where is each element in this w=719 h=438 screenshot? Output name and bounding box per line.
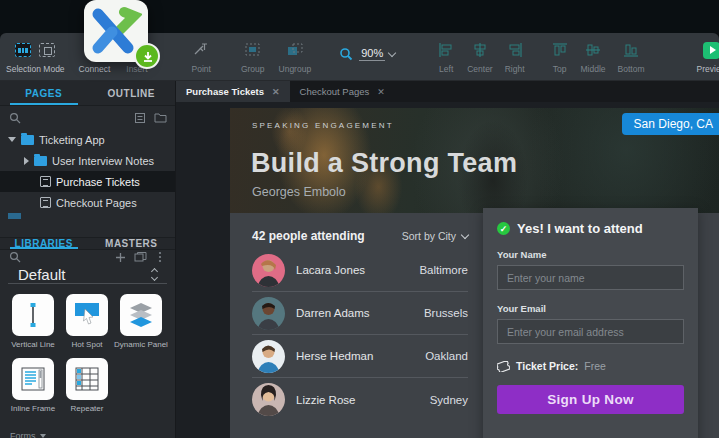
left-sidebar: PAGES OUTLINE Ticketing Ap xyxy=(0,81,176,438)
pages-panel-toolbar xyxy=(0,106,175,129)
ungroup-label: Ungroup xyxy=(279,64,312,74)
search-icon[interactable] xyxy=(8,250,22,264)
caret-right-icon[interactable] xyxy=(24,157,29,165)
widget-repeater[interactable]: Repeater xyxy=(60,358,114,413)
ticket-price-value: Free xyxy=(584,360,606,372)
align-left-button[interactable]: Left xyxy=(437,33,455,81)
library-selector-stepper-icon[interactable] xyxy=(152,269,157,280)
tab-outline[interactable]: OUTLINE xyxy=(88,81,176,105)
tree-item-checkout-pages[interactable]: Checkout Pages xyxy=(0,192,175,213)
caret-down-icon[interactable] xyxy=(8,137,16,142)
zoom-chevron-icon[interactable] xyxy=(388,48,396,56)
hero-section[interactable]: SPEAKING ENGAGEMENT Build a Strong Team … xyxy=(230,108,719,213)
sign-up-button[interactable]: Sign Up Now xyxy=(497,385,684,414)
selection-mode-label: Selection Mode xyxy=(6,64,65,74)
attendee-city: Brussels xyxy=(424,307,468,319)
library-selector-value: Default xyxy=(18,266,66,283)
tree-item-clipped xyxy=(0,213,175,219)
avatar xyxy=(252,340,285,373)
chevron-down-icon xyxy=(461,230,469,238)
zoom-control[interactable]: 90% xyxy=(337,33,395,63)
align-top-button[interactable]: Top xyxy=(551,33,569,81)
selection-contain-icon[interactable] xyxy=(38,41,56,59)
libraries-panel-toolbar xyxy=(0,250,175,264)
name-field[interactable] xyxy=(497,265,684,290)
sort-by-dropdown[interactable]: Sort by City xyxy=(402,230,468,242)
zoom-value[interactable]: 90% xyxy=(359,47,385,61)
repeater-icon xyxy=(66,358,108,400)
attendee-row[interactable]: Lizzie Rose Sydney xyxy=(252,378,468,421)
design-page[interactable]: SPEAKING ENGAGEMENT Build a Strong Team … xyxy=(230,108,719,438)
widget-label: Inline Frame xyxy=(11,404,55,413)
align-bottom-label: Bottom xyxy=(618,64,645,74)
library-selector[interactable]: Default xyxy=(8,266,167,284)
sort-by-label: Sort by City xyxy=(402,230,456,242)
preview-button[interactable]: Preview xyxy=(697,33,719,81)
selection-mode-control[interactable]: Selection Mode xyxy=(6,33,65,81)
add-folder-icon[interactable] xyxy=(153,111,167,125)
attendee-row[interactable]: Herse Hedman Oakland xyxy=(252,335,468,378)
align-bottom-button[interactable]: Bottom xyxy=(618,33,645,81)
ticket-price-row: Ticket Price: Free xyxy=(497,360,684,372)
close-tab-icon[interactable]: ✕ xyxy=(377,87,385,97)
page-icon xyxy=(40,176,51,187)
tree-item-user-interview-notes[interactable]: User Interview Notes xyxy=(0,150,175,171)
tree-item-ticketing-app[interactable]: Ticketing App xyxy=(0,129,175,150)
avatar xyxy=(252,297,285,330)
align-top-label: Top xyxy=(553,64,567,74)
axure-x-logo xyxy=(90,6,142,56)
widget-dynamic-panel[interactable]: Dynamic Panel xyxy=(114,294,168,349)
widget-label: Dynamic Panel xyxy=(114,340,168,349)
add-library-icon[interactable] xyxy=(113,250,127,264)
selection-marquee-icon[interactable] xyxy=(14,41,32,59)
align-center-button[interactable]: Center xyxy=(467,33,493,81)
tab-masters[interactable]: MASTERS xyxy=(88,238,176,249)
tree-item-label: Ticketing App xyxy=(39,134,105,146)
avatar xyxy=(252,254,285,287)
add-page-icon[interactable] xyxy=(133,111,147,125)
attendee-name: Lizzie Rose xyxy=(296,394,430,406)
widget-hot-spot[interactable]: Hot Spot xyxy=(60,294,114,349)
preview-label: Preview xyxy=(697,64,719,74)
canvas-tab-purchase-tickets[interactable]: Purchase Tickets ✕ xyxy=(176,81,290,102)
widget-label: Hot Spot xyxy=(71,340,102,349)
align-center-label: Center xyxy=(467,64,493,74)
align-right-button[interactable]: Right xyxy=(505,33,525,81)
canvas-tab-label: Purchase Tickets xyxy=(186,86,264,97)
point-button[interactable]: Point xyxy=(192,33,211,81)
point-icon xyxy=(192,41,210,59)
kebab-menu-icon[interactable] xyxy=(153,250,167,264)
widget-inline-frame[interactable]: Inline Frame xyxy=(6,358,60,413)
pages-tree: Ticketing App User Interview Notes Purch… xyxy=(0,129,175,219)
attendees-count: 42 people attending xyxy=(252,229,402,243)
point-label: Point xyxy=(192,64,211,74)
tab-libraries[interactable]: LIBRARIES xyxy=(0,238,88,249)
axure-app-icon xyxy=(84,0,148,62)
name-field-label: Your Name xyxy=(497,249,684,260)
email-field[interactable] xyxy=(497,319,684,344)
tab-pages[interactable]: PAGES xyxy=(0,81,88,105)
attendee-row[interactable]: Darren Adams Brussels xyxy=(252,292,468,335)
ungroup-button[interactable]: Ungroup xyxy=(279,33,312,81)
align-left-icon xyxy=(437,41,455,59)
attendee-row[interactable]: Lacara Jones Baltimore xyxy=(252,249,468,292)
hero-eyebrow: SPEAKING ENGAGEMENT xyxy=(252,121,394,130)
widget-vertical-line[interactable]: Vertical Line xyxy=(6,294,60,349)
align-right-label: Right xyxy=(505,64,525,74)
search-icon[interactable] xyxy=(8,111,22,125)
canvas-tab-checkout-pages[interactable]: Checkout Pages ✕ xyxy=(290,81,395,102)
manage-libraries-icon[interactable] xyxy=(133,250,147,264)
close-tab-icon[interactable]: ✕ xyxy=(272,87,280,97)
tree-item-purchase-tickets[interactable]: Purchase Tickets xyxy=(0,171,175,192)
attendee-name: Lacara Jones xyxy=(296,264,419,276)
forms-section-header[interactable]: Forms xyxy=(0,424,175,438)
attendee-name: Darren Adams xyxy=(296,307,424,319)
vertical-line-icon xyxy=(12,294,54,336)
signup-form: ✓ Yes! I want to attend Your Name Your E… xyxy=(483,208,698,438)
widget-label: Vertical Line xyxy=(11,340,55,349)
group-button[interactable]: Group xyxy=(241,33,265,81)
location-badge[interactable]: San Diego, CA xyxy=(622,113,719,135)
align-middle-button[interactable]: Middle xyxy=(581,33,606,81)
attendee-city: Sydney xyxy=(430,394,468,406)
form-title: Yes! I want to attend xyxy=(517,221,643,236)
